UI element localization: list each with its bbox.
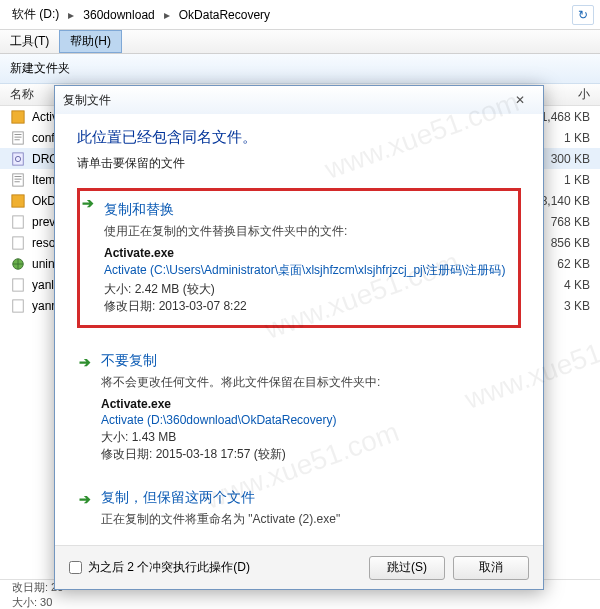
option-size: 大小: 2.42 MB (较大) bbox=[104, 281, 506, 298]
checkbox-label: 为之后 2 个冲突执行此操作(D) bbox=[88, 559, 250, 576]
file-icon bbox=[10, 172, 26, 188]
chevron-right-icon: ▸ bbox=[65, 8, 77, 22]
toolbar: 新建文件夹 bbox=[0, 54, 600, 84]
file-icon bbox=[10, 109, 26, 125]
dialog-footer: 为之后 2 个冲突执行此操作(D) 跳过(S) 取消 bbox=[55, 545, 543, 589]
new-folder-button[interactable]: 新建文件夹 bbox=[10, 60, 70, 77]
cancel-button[interactable]: 取消 bbox=[453, 556, 529, 580]
option-dont-copy[interactable]: ➔ 不要复制 将不会更改任何文件。将此文件保留在目标文件夹中: Activate… bbox=[77, 350, 521, 465]
breadcrumb-seg[interactable]: OkDataRecovery bbox=[173, 5, 276, 25]
svg-rect-10 bbox=[13, 299, 24, 311]
breadcrumb: 软件 (D:) ▸ 360download ▸ OkDataRecovery ↻ bbox=[0, 0, 600, 30]
option-desc: 将不会更改任何文件。将此文件保留在目标文件夹中: bbox=[101, 374, 509, 391]
dialog-title-text: 复制文件 bbox=[63, 92, 111, 109]
apply-all-checkbox[interactable]: 为之后 2 个冲突执行此操作(D) bbox=[69, 559, 250, 576]
file-icon bbox=[10, 214, 26, 230]
file-icon bbox=[10, 235, 26, 251]
svg-rect-4 bbox=[13, 173, 24, 185]
arrow-right-icon: ➔ bbox=[79, 354, 91, 370]
option-desc: 使用正在复制的文件替换目标文件夹中的文件: bbox=[104, 223, 506, 240]
dialog-titlebar: 复制文件 ✕ bbox=[55, 86, 543, 114]
copy-file-dialog: 复制文件 ✕ 此位置已经包含同名文件。 请单击要保留的文件 ➔ 复制和替换 使用… bbox=[54, 85, 544, 590]
status-line: 大小: 30 bbox=[12, 595, 588, 610]
skip-button[interactable]: 跳过(S) bbox=[369, 556, 445, 580]
chevron-right-icon: ▸ bbox=[161, 8, 173, 22]
file-icon bbox=[10, 277, 26, 293]
option-title: 不要复制 bbox=[101, 352, 509, 370]
menu-tools[interactable]: 工具(T) bbox=[0, 30, 59, 53]
arrow-right-icon: ➔ bbox=[79, 491, 91, 507]
svg-rect-9 bbox=[13, 278, 24, 290]
option-keep-both[interactable]: ➔ 复制，但保留这两个文件 正在复制的文件将重命名为 "Activate (2)… bbox=[77, 487, 521, 536]
option-filename: Activate.exe bbox=[101, 397, 509, 411]
file-icon bbox=[10, 151, 26, 167]
file-icon bbox=[10, 130, 26, 146]
svg-rect-1 bbox=[13, 131, 24, 143]
option-path: Activate (D:\360download\OkDataRecovery) bbox=[101, 413, 509, 427]
svg-rect-7 bbox=[13, 236, 24, 248]
close-icon[interactable]: ✕ bbox=[505, 93, 535, 107]
arrow-right-icon: ➔ bbox=[82, 195, 94, 211]
file-icon bbox=[10, 193, 26, 209]
svg-rect-6 bbox=[13, 215, 24, 227]
option-title: 复制，但保留这两个文件 bbox=[101, 489, 509, 507]
menu-bar: 工具(T) 帮助(H) bbox=[0, 30, 600, 54]
dialog-heading: 此位置已经包含同名文件。 bbox=[77, 128, 521, 147]
option-copy-replace[interactable]: ➔ 复制和替换 使用正在复制的文件替换目标文件夹中的文件: Activate.e… bbox=[77, 188, 521, 328]
breadcrumb-seg[interactable]: 360download bbox=[77, 5, 160, 25]
option-date: 修改日期: 2013-03-07 8:22 bbox=[104, 298, 506, 315]
option-title: 复制和替换 bbox=[104, 201, 506, 219]
refresh-button[interactable]: ↻ bbox=[572, 5, 594, 25]
file-icon bbox=[10, 256, 26, 272]
svg-rect-0 bbox=[12, 110, 24, 122]
file-icon bbox=[10, 298, 26, 314]
checkbox-input[interactable] bbox=[69, 561, 82, 574]
option-date: 修改日期: 2015-03-18 17:57 (较新) bbox=[101, 446, 509, 463]
svg-rect-5 bbox=[12, 194, 24, 206]
menu-help[interactable]: 帮助(H) bbox=[59, 30, 122, 53]
option-size: 大小: 1.43 MB bbox=[101, 429, 509, 446]
dialog-subheading: 请单击要保留的文件 bbox=[77, 155, 521, 172]
option-desc: 正在复制的文件将重命名为 "Activate (2).exe" bbox=[101, 511, 509, 528]
breadcrumb-seg[interactable]: 软件 (D:) bbox=[6, 3, 65, 26]
option-path: Activate (C:\Users\Administrator\桌面\xlsj… bbox=[104, 262, 506, 279]
option-filename: Activate.exe bbox=[104, 246, 506, 260]
svg-rect-2 bbox=[13, 152, 24, 164]
